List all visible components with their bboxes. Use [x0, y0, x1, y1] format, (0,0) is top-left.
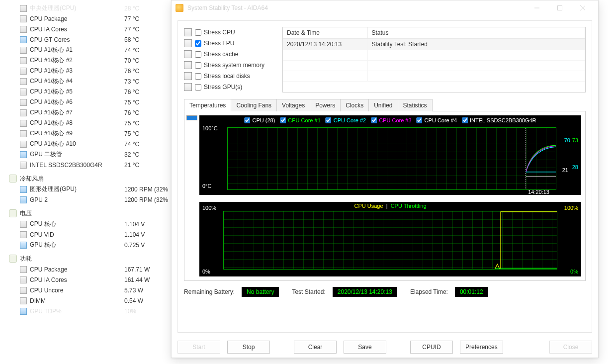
clear-button[interactable]: Clear — [294, 341, 337, 354]
y-axis-top: 100% — [202, 205, 216, 211]
tab-unified[interactable]: Unified — [368, 99, 398, 111]
stress-icon — [184, 83, 192, 91]
sensor-icon — [20, 109, 27, 116]
sensor-row[interactable]: DIMM0.54 W — [20, 295, 169, 306]
stress-icon — [184, 61, 192, 69]
sensor-row[interactable]: CPU #1/核心 #473 °C — [20, 76, 169, 87]
y-axis-top-right: 100% — [564, 205, 578, 211]
stress-icon — [184, 28, 192, 36]
close-button[interactable] — [571, 0, 594, 15]
stress-checkbox[interactable] — [195, 40, 201, 47]
stress-checkbox[interactable] — [195, 84, 201, 91]
battery-label: Remaining Battery: — [184, 288, 235, 295]
sensor-row[interactable]: GPU 核心0.725 V — [20, 240, 169, 250]
sensor-row[interactable]: CPU IA Cores161.44 W — [20, 274, 169, 285]
legend-checkbox[interactable] — [280, 117, 286, 123]
sensor-row[interactable]: CPU #1/核心 #270 °C — [20, 55, 169, 66]
sensor-row[interactable]: CPU #1/核心 #174 °C — [20, 45, 169, 55]
tab-temperatures[interactable]: Temperatures — [184, 99, 231, 111]
sensor-row[interactable]: CPU Package167.71 W — [20, 264, 169, 274]
stability-test-dialog: System Stability Test - AIDA64 Stress CP… — [171, 0, 599, 358]
stress-options: Stress CPUStress FPUStress cacheStress s… — [184, 27, 278, 92]
sensor-row[interactable]: INTEL SSDSC2BB300G4R21 °C — [20, 160, 169, 170]
sensor-icon — [20, 162, 27, 169]
elapsed-label: Elapsed Time: — [410, 288, 448, 295]
maximize-button[interactable] — [548, 0, 571, 15]
close-dialog-button[interactable]: Close — [549, 341, 592, 354]
sensor-row[interactable]: CPU #1/核心 #776 °C — [20, 107, 169, 118]
tree-section-header[interactable]: 功耗 — [9, 253, 169, 264]
sensor-icon — [20, 26, 27, 33]
graph-grid — [223, 211, 557, 270]
sensor-icon — [20, 266, 27, 273]
graph-grid — [227, 127, 556, 190]
battery-value: No battery — [242, 287, 279, 297]
y-axis-bottom: 0% — [202, 269, 210, 274]
sensor-row[interactable]: GPU 二极管32 °C — [20, 149, 169, 160]
tab-powers[interactable]: Powers — [310, 99, 341, 111]
col-datetime[interactable]: Date & Time — [283, 27, 367, 39]
sensor-row[interactable]: CPU Uncore5.73 W — [20, 285, 169, 295]
reading-label: 21 — [562, 167, 568, 173]
titlebar[interactable]: System Stability Test - AIDA64 — [172, 0, 598, 15]
stop-button[interactable]: Stop — [227, 341, 270, 354]
sensor-row[interactable]: CPU 核心1.104 V — [20, 219, 169, 229]
stress-icon — [184, 50, 192, 58]
reading-label: 73 — [572, 137, 578, 143]
legend-item[interactable]: CPU (28) — [244, 117, 275, 123]
stress-checkbox[interactable] — [195, 29, 201, 36]
sensor-row[interactable]: CPU #1/核心 #1074 °C — [20, 139, 169, 149]
stress-label: Stress local disks — [204, 73, 250, 80]
sensor-row[interactable]: CPU GT Cores58 °C — [20, 34, 169, 45]
col-status[interactable]: Status — [367, 27, 585, 39]
section-icon — [9, 175, 17, 182]
start-button[interactable]: Start — [177, 341, 220, 354]
sensor-icon — [20, 151, 27, 158]
sensor-row: 中央处理器(CPU) 28 °C — [20, 3, 169, 13]
tree-section-header[interactable]: 电压 — [9, 208, 169, 219]
tabbar: TemperaturesCooling FansVoltagesPowersCl… — [184, 98, 586, 111]
section-icon — [9, 255, 17, 263]
stress-checkbox[interactable] — [195, 73, 201, 80]
sensor-icon — [20, 89, 27, 95]
stress-checkbox[interactable] — [195, 51, 201, 58]
legend-item[interactable]: CPU Core #4 — [417, 117, 457, 123]
sensor-row[interactable]: CPU #1/核心 #576 °C — [20, 87, 169, 97]
sensor-row[interactable]: CPU #1/核心 #376 °C — [20, 66, 169, 76]
stress-checkbox[interactable] — [195, 62, 201, 69]
save-button[interactable]: Save — [344, 341, 386, 354]
minimize-button[interactable] — [526, 0, 548, 15]
legend-checkbox[interactable] — [462, 117, 468, 123]
legend-item[interactable]: CPU Core #2 — [326, 117, 366, 123]
legend-item[interactable]: CPU Core #1 — [280, 117, 320, 123]
sensor-row[interactable]: CPU VID1.104 V — [20, 229, 169, 240]
log-row[interactable]: 2020/12/13 14:20:13 Stability Test: Star… — [283, 39, 585, 50]
stress-icon — [184, 72, 192, 80]
legend-item[interactable]: CPU Core #3 — [371, 117, 411, 123]
chip-icon — [20, 5, 27, 12]
sensor-icon — [20, 221, 27, 228]
sensor-icon — [20, 15, 27, 22]
legend-item[interactable]: INTEL SSDSC2BB300G4R — [462, 117, 536, 123]
tab-cooling-fans[interactable]: Cooling Fans — [231, 99, 277, 111]
legend-checkbox[interactable] — [326, 117, 332, 123]
sensor-row[interactable]: 图形处理器(GPU)1200 RPM (32% — [20, 184, 169, 194]
sensor-row[interactable]: CPU Package77 °C — [20, 13, 169, 24]
graph-title: CPU Usage | CPU Throttling — [354, 203, 426, 209]
legend-checkbox[interactable] — [244, 117, 250, 123]
sensor-row[interactable]: CPU IA Cores77 °C — [20, 24, 169, 34]
cpuid-button[interactable]: CPUID — [410, 341, 453, 354]
tab-statistics[interactable]: Statistics — [398, 99, 433, 111]
legend-checkbox[interactable] — [417, 117, 423, 123]
tab-clocks[interactable]: Clocks — [340, 99, 369, 111]
series-selector[interactable] — [184, 113, 199, 278]
sensor-row[interactable]: CPU #1/核心 #975 °C — [20, 128, 169, 139]
sensor-icon — [20, 78, 27, 85]
tree-section-header[interactable]: 冷却风扇 — [9, 173, 169, 184]
tab-voltages[interactable]: Voltages — [276, 99, 310, 111]
sensor-row[interactable]: GPU 21200 RPM (32% — [20, 194, 169, 205]
preferences-button[interactable]: Preferences — [460, 341, 503, 354]
legend-checkbox[interactable] — [371, 117, 377, 123]
sensor-row[interactable]: CPU #1/核心 #875 °C — [20, 118, 169, 128]
sensor-row[interactable]: CPU #1/核心 #675 °C — [20, 97, 169, 107]
